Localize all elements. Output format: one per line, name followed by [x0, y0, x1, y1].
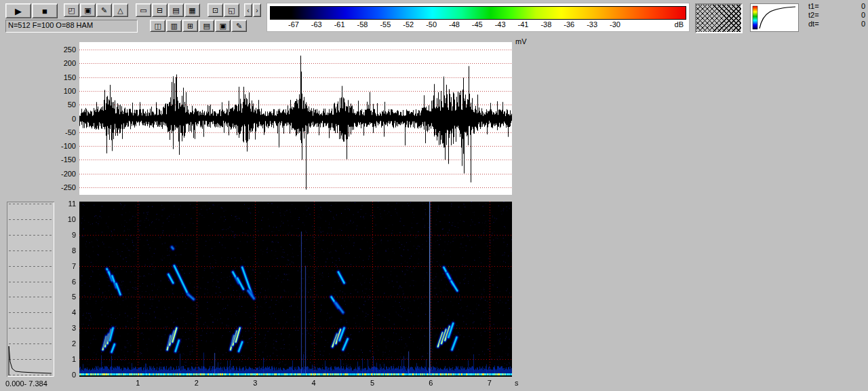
- spectrogram-y-tick: 4: [37, 308, 76, 316]
- db-gradient-bar: [270, 6, 686, 20]
- cascade-windows-button[interactable]: ◰: [64, 3, 79, 17]
- db-tick-labels: -67-63-61-58-55-52-50-48-45-43-41-38-36-…: [282, 20, 627, 29]
- cursor-time-label: dt=: [808, 20, 819, 29]
- scroll-right-button[interactable]: ›: [253, 3, 261, 17]
- window-layout-4-button[interactable]: ▦: [184, 3, 200, 17]
- open-file-button[interactable]: ◱: [224, 3, 239, 17]
- cursor-time-row: t1=0: [808, 2, 865, 11]
- cursor-time-value: 0: [861, 11, 865, 20]
- view-layout-4-button[interactable]: ▤: [199, 20, 214, 32]
- spectrogram-y-tick: 2: [37, 339, 76, 348]
- toolbar-row-2: N=512 F=100 O=88 HAM ◫▥⊞▤▣✎: [5, 20, 248, 33]
- cursor-time-row: t2=0: [808, 11, 865, 20]
- oscillogram-y-tick: 150: [37, 73, 76, 81]
- db-tick-label: -43: [489, 20, 512, 29]
- hatch-pattern-box[interactable]: [695, 3, 743, 33]
- scroll-left-button[interactable]: ‹: [244, 3, 252, 17]
- db-unit-label: dB: [675, 20, 684, 29]
- db-tick-label: -55: [374, 20, 397, 29]
- spectrogram-canvas[interactable]: [79, 202, 512, 377]
- cursor-time-value: 0: [861, 2, 865, 11]
- window-layout-1-button[interactable]: ▭: [136, 3, 151, 17]
- spectrogram-y-tick: 7: [37, 262, 76, 270]
- db-tick-label: -50: [420, 20, 443, 29]
- spectrogram-x-tick: 7: [488, 379, 492, 387]
- oscillogram-y-tick: -200: [37, 170, 76, 178]
- chevron-left-icon: ‹: [247, 5, 249, 16]
- time-unit-label: s: [515, 379, 519, 387]
- toolbar-row-1: ▶■◰▣✎△▭⊟▤▦⊡◱‹›: [5, 3, 262, 18]
- annotate-button[interactable]: ✎: [231, 20, 247, 32]
- db-tick-label: -48: [443, 20, 466, 29]
- oscillogram-y-tick: -150: [37, 155, 76, 164]
- spectrogram-y-tick: 3: [37, 324, 76, 332]
- oscillogram-y-tick: -50: [37, 128, 76, 136]
- view-layout-2-button[interactable]: ▥: [166, 20, 182, 32]
- view-layout-3-button[interactable]: ⊞: [182, 20, 198, 32]
- window-single-icon: ▭: [140, 5, 146, 16]
- spectrogram-x-tick: 3: [253, 379, 257, 387]
- db-tick-label: -41: [512, 20, 535, 29]
- pencil-icon: ✎: [101, 5, 107, 16]
- spectrogram-x-tick: 2: [195, 379, 199, 387]
- toolbar-gap: [58, 3, 64, 4]
- window-layout-2-button[interactable]: ⊟: [152, 3, 167, 17]
- db-tick-label: -30: [604, 20, 627, 29]
- save-button[interactable]: ▣: [80, 3, 96, 17]
- spectrogram-y-tick: 5: [37, 293, 76, 301]
- window-rows-icon: ▤: [172, 5, 179, 16]
- printer-icon: ⊡: [212, 5, 218, 16]
- cascade-windows-icon: ◰: [68, 5, 75, 16]
- save-icon: ▣: [84, 5, 91, 16]
- spectrogram-y-tick: 11: [37, 200, 76, 208]
- spectrogram-x-tick: 6: [429, 379, 433, 387]
- play-button[interactable]: ▶: [5, 3, 31, 18]
- side-spectrum-canvas[interactable]: [7, 202, 54, 377]
- spectrogram-y-tick: 10: [37, 215, 76, 223]
- db-tick-label: -36: [557, 20, 580, 29]
- db-color-scale[interactable]: -67-63-61-58-55-52-50-48-45-43-41-38-36-…: [267, 3, 690, 32]
- colormap-curve-icon: [751, 4, 798, 31]
- db-tick-label: -33: [580, 20, 604, 29]
- edit-button[interactable]: ✎: [96, 3, 112, 17]
- stop-button[interactable]: ■: [32, 3, 58, 18]
- view-layout-1-button[interactable]: ◫: [150, 20, 165, 32]
- display-mode-button[interactable]: △: [113, 3, 128, 17]
- cursor-time-label: t2=: [808, 11, 819, 20]
- spectrogram-x-tick: 4: [312, 379, 316, 387]
- db-tick-label: -45: [466, 20, 489, 29]
- db-tick-label: -61: [328, 20, 351, 29]
- db-tick-label: -67: [282, 20, 305, 29]
- play-icon: ▶: [15, 5, 22, 18]
- spectrogram-y-tick: 0: [37, 371, 76, 379]
- cursor-time-value: 0: [861, 20, 865, 29]
- colormap-curve-box[interactable]: [750, 3, 799, 32]
- stop-icon: ■: [42, 5, 47, 18]
- oscillogram-canvas[interactable]: [79, 42, 512, 195]
- oscillogram-y-tick: 100: [37, 87, 76, 95]
- db-tick-label: -58: [351, 20, 374, 29]
- print-button[interactable]: ⊡: [208, 3, 223, 17]
- toolbar-gap: [201, 3, 208, 4]
- oscillogram-y-tick: 0: [37, 115, 76, 123]
- oscillogram-y-tick: 250: [37, 45, 76, 54]
- oscillogram-y-tick: -250: [37, 183, 76, 191]
- window-lines-icon: ▤: [203, 21, 210, 31]
- chevron-right-icon: ›: [256, 5, 258, 16]
- spectrogram-y-tick: 8: [37, 246, 76, 255]
- app-window: { "colors":{"background":"#c0c0c0","grid…: [0, 0, 868, 391]
- toolbar-gap: [129, 3, 136, 4]
- view-layout-5-button[interactable]: ▣: [215, 20, 231, 32]
- toolbar-gap: [140, 20, 148, 20]
- window-hsplit-icon: ⊟: [157, 5, 163, 16]
- triangle-icon: △: [117, 5, 123, 16]
- spectrogram-y-tick: 9: [37, 231, 76, 239]
- db-tick-label: -52: [397, 20, 420, 29]
- window-layout-3-button[interactable]: ▤: [168, 3, 184, 17]
- oscillogram-y-tick: -100: [37, 142, 76, 150]
- fft-settings-field: N=512 F=100 O=88 HAM: [5, 20, 138, 33]
- window-boxed-icon: ▣: [219, 21, 226, 31]
- spectrogram-y-tick: 6: [37, 278, 76, 286]
- window-hrows-icon: ▥: [170, 21, 177, 31]
- time-range-label: 0.000- 7.384: [5, 379, 47, 388]
